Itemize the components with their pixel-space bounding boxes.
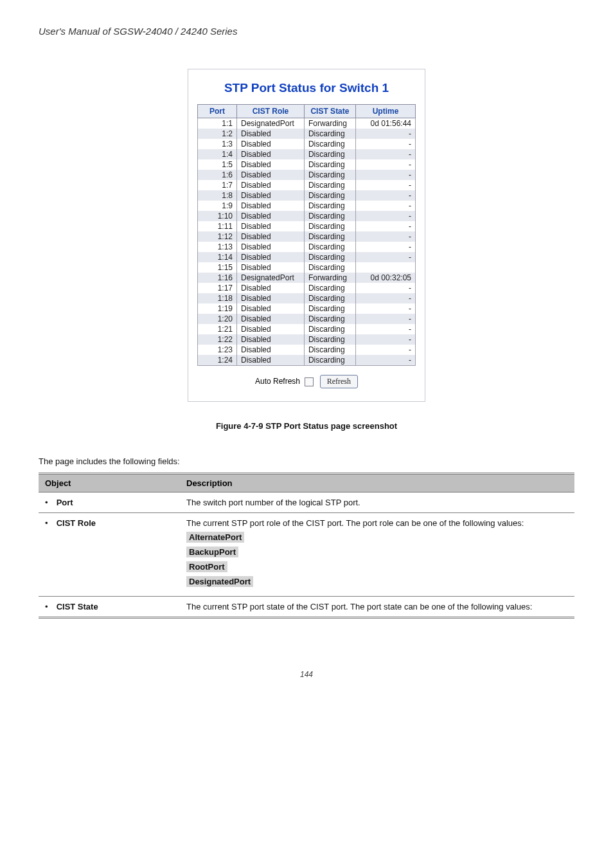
role-item: AlternatePort [186,532,568,543]
cell-role: Disabled [237,190,305,201]
cell-uptime: - [356,221,416,231]
cell-port: 1:17 [198,283,237,293]
cell-uptime: - [356,293,416,303]
table-row: 1:13DisabledDiscarding- [198,242,416,252]
cell-uptime: - [356,129,416,139]
col-uptime: Uptime [356,105,416,118]
table-row: 1:24DisabledDiscarding- [198,355,416,366]
cell-role: DesignatedPort [237,273,305,283]
term-cist-state: CIST State [57,602,98,611]
table-row: 1:16DesignatedPortForwarding0d 00:32:05 [198,273,416,283]
cell-port: 1:5 [198,159,237,170]
cell-state: Discarding [304,303,355,314]
cell-role: Disabled [237,159,305,170]
cell-uptime: - [356,149,416,159]
cell-state: Discarding [304,129,355,139]
cell-port: 1:16 [198,273,237,283]
table-row: 1:17DisabledDiscarding- [198,283,416,293]
cell-role: Disabled [237,129,305,139]
bullet-icon: • [45,602,54,611]
cell-state: Forwarding [304,273,355,283]
col-port: Port [198,105,237,118]
table-row: 1:9DisabledDiscarding- [198,201,416,211]
cell-port: 1:11 [198,221,237,231]
cell-port: 1:10 [198,211,237,221]
cell-uptime: - [356,231,416,242]
cell-uptime: - [356,252,416,262]
cell-state: Discarding [304,231,355,242]
cell-port: 1:18 [198,293,237,303]
cell-role: Disabled [237,242,305,252]
role-value: DesignatedPort [186,576,253,587]
cell-uptime: - [356,345,416,355]
stp-port-table: Port CIST Role CIST State Uptime 1:1Desi… [197,104,416,366]
role-item: RootPort [186,561,568,572]
table-row: 1:1DesignatedPortForwarding0d 01:56:44 [198,118,416,129]
cell-role: DesignatedPort [237,118,305,129]
col-cist-state: CIST State [304,105,355,118]
role-value: AlternatePort [186,532,244,543]
cell-port: 1:7 [198,180,237,190]
cell-uptime: - [356,283,416,293]
role-item: BackupPort [186,547,568,557]
cell-role: Disabled [237,149,305,159]
cell-port: 1:23 [198,345,237,355]
cell-state: Discarding [304,293,355,303]
cell-port: 1:13 [198,242,237,252]
term-port: Port [57,498,73,507]
desc-header-object: Object [39,474,180,493]
table-row: 1:12DisabledDiscarding- [198,231,416,242]
cell-role: Disabled [237,211,305,221]
cell-role: Disabled [237,293,305,303]
cell-role: Disabled [237,170,305,180]
cell-state: Discarding [304,355,355,366]
cell-state: Discarding [304,242,355,252]
table-row: 1:7DisabledDiscarding- [198,180,416,190]
manual-title: User's Manual of SGSW-24040 / 24240 Seri… [39,26,574,37]
cell-state: Discarding [304,190,355,201]
table-row: 1:21DisabledDiscarding- [198,324,416,334]
auto-refresh-label: Auto Refresh [255,377,300,386]
cell-role: Disabled [237,314,305,324]
table-row: 1:22DisabledDiscarding- [198,334,416,345]
table-row: 1:6DisabledDiscarding- [198,170,416,180]
table-row: 1:5DisabledDiscarding- [198,159,416,170]
cell-uptime: - [356,170,416,180]
bullet-icon: • [45,498,54,507]
cell-uptime: - [356,324,416,334]
role-item: DesignatedPort [186,576,568,587]
cell-uptime: - [356,355,416,366]
cell-state: Discarding [304,159,355,170]
cell-port: 1:22 [198,334,237,345]
cell-state: Discarding [304,283,355,293]
table-row: 1:23DisabledDiscarding- [198,345,416,355]
table-row: 1:3DisabledDiscarding- [198,139,416,149]
cell-port: 1:2 [198,129,237,139]
cell-port: 1:15 [198,262,237,273]
cell-role: Disabled [237,221,305,231]
role-value: RootPort [186,561,227,572]
cell-state: Discarding [304,139,355,149]
cell-uptime: - [356,303,416,314]
table-row: 1:15DisabledDiscarding [198,262,416,273]
intro-text: The page includes the following fields: [39,457,574,466]
cell-state: Discarding [304,211,355,221]
cell-state: Discarding [304,324,355,334]
cell-port: 1:12 [198,231,237,242]
desc-row-cist-state: • CIST State The current STP port state … [39,597,574,618]
cell-role: Disabled [237,139,305,149]
cell-uptime [356,262,416,273]
table-row: 1:19DisabledDiscarding- [198,303,416,314]
cell-role: Disabled [237,201,305,211]
cell-port: 1:6 [198,170,237,180]
refresh-button[interactable]: Refresh [320,375,358,388]
screenshot-title: STP Port Status for Switch 1 [197,81,416,95]
cell-port: 1:21 [198,324,237,334]
bullet-icon: • [45,518,54,528]
cell-state: Forwarding [304,118,355,129]
auto-refresh-checkbox[interactable] [305,377,314,386]
col-cist-role: CIST Role [237,105,305,118]
cell-port: 1:9 [198,201,237,211]
table-header-row: Port CIST Role CIST State Uptime [198,105,416,118]
screenshot-panel: STP Port Status for Switch 1 Port CIST R… [188,69,425,402]
